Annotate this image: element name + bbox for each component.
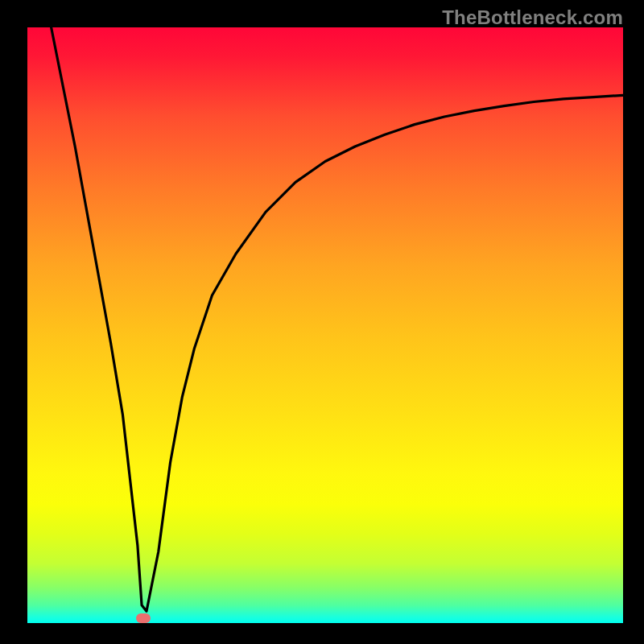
curve-path: [52, 27, 623, 611]
bottleneck-curve: [27, 27, 623, 623]
optimum-marker: [136, 613, 151, 623]
plot-area: [27, 27, 623, 623]
chart-frame: TheBottleneck.com: [0, 0, 644, 644]
watermark-text: TheBottleneck.com: [442, 6, 623, 29]
